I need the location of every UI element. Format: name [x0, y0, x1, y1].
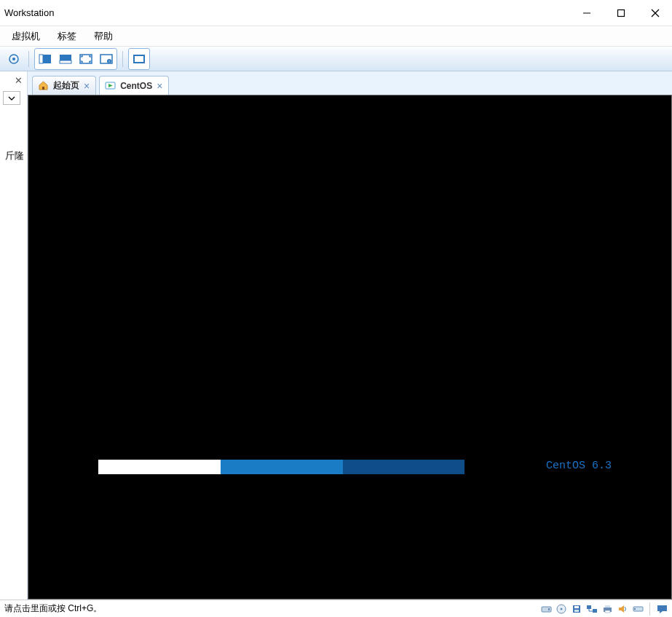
close-button[interactable] [638, 0, 672, 26]
menubar: 虚拟机 标签 帮助 [0, 26, 672, 47]
svg-rect-9 [60, 60, 71, 63]
window-title: Workstation [4, 7, 54, 18]
svg-rect-24 [574, 610, 579, 612]
vm-running-icon [104, 80, 116, 92]
tabstrip: 起始页 × CentOS × [28, 71, 672, 95]
svg-rect-7 [39, 55, 43, 63]
progress-segment-3 [343, 460, 465, 474]
chevron-down-icon [8, 96, 15, 101]
content-area: 起始页 × CentOS × CentOS 6.3 [28, 71, 672, 600]
svg-rect-18 [542, 607, 551, 612]
svg-rect-31 [634, 608, 636, 610]
tab-home[interactable]: 起始页 × [32, 76, 96, 95]
device-network-icon[interactable] [586, 603, 598, 615]
progress-segment-1 [98, 460, 221, 474]
tab-home-label: 起始页 [53, 79, 79, 92]
device-message-icon[interactable] [656, 603, 668, 615]
sidebar: ✕ 斤隆 [0, 71, 28, 600]
statusbar-hint: 请点击里面或按 Ctrl+G。 [4, 602, 102, 615]
toolbar-snapshot-button[interactable] [4, 50, 23, 68]
sidebar-dropdown[interactable] [3, 91, 20, 105]
device-sound-icon[interactable] [617, 603, 628, 615]
svg-rect-19 [548, 608, 550, 610]
toolbar-fullscreen-button[interactable] [76, 50, 95, 68]
menu-tabs[interactable]: 标签 [49, 26, 85, 46]
svg-rect-15 [135, 56, 143, 62]
svg-rect-29 [605, 610, 610, 613]
os-boot-label: CentOS 6.3 [546, 460, 612, 472]
toolbar-view-group: i [34, 48, 117, 70]
svg-rect-32 [657, 605, 667, 611]
window-controls [569, 0, 672, 26]
menu-help[interactable]: 帮助 [85, 26, 122, 46]
toolbar-unity-button[interactable]: i [97, 50, 116, 68]
toolbar-show-thumbnail-button[interactable] [56, 50, 75, 68]
progress-segment-2 [221, 460, 343, 474]
svg-rect-25 [587, 605, 591, 609]
maximize-button[interactable] [604, 0, 638, 26]
main-area: ✕ 斤隆 起始页 × CentOS × [0, 71, 672, 600]
svg-text:i: i [108, 59, 109, 63]
minimize-button[interactable] [569, 0, 604, 26]
sidebar-tree-item[interactable]: 斤隆 [1, 109, 25, 162]
toolbar: i [0, 47, 672, 71]
svg-point-5 [12, 58, 15, 60]
boot-progress-bar [98, 460, 465, 474]
device-printer-icon[interactable] [601, 603, 613, 615]
statusbar-device-icons [540, 602, 668, 616]
home-icon [37, 80, 49, 92]
sidebar-close-icon[interactable]: ✕ [15, 75, 23, 86]
toolbar-separator [28, 51, 29, 67]
tab-vm-label: CentOS [120, 81, 152, 91]
toolbar-separator [122, 51, 123, 67]
statusbar: 请点击里面或按 Ctrl+G。 [0, 600, 672, 617]
device-cdrom-icon[interactable] [556, 603, 567, 615]
svg-rect-23 [574, 606, 579, 608]
sidebar-body: 斤隆 [0, 106, 27, 600]
device-harddisk-icon[interactable] [540, 603, 552, 615]
svg-rect-28 [605, 605, 610, 608]
tab-home-close-icon[interactable]: × [84, 81, 90, 91]
menu-vm[interactable]: 虚拟机 [3, 26, 49, 46]
device-usb-icon[interactable] [632, 603, 644, 615]
toolbar-show-console-button[interactable] [36, 50, 55, 68]
vm-console[interactable]: CentOS 6.3 [28, 95, 672, 600]
toolbar-exclusive-button[interactable] [130, 50, 149, 68]
tab-vm-close-icon[interactable]: × [157, 81, 162, 91]
statusbar-separator [649, 602, 650, 616]
sidebar-header: ✕ [0, 71, 27, 90]
svg-rect-1 [617, 10, 624, 17]
svg-rect-16 [42, 87, 44, 90]
svg-point-21 [561, 608, 563, 610]
svg-rect-26 [593, 609, 597, 613]
toolbar-view-group-2 [128, 48, 150, 70]
titlebar: Workstation [0, 0, 672, 26]
tab-vm[interactable]: CentOS × [99, 76, 169, 95]
device-floppy-icon[interactable] [571, 603, 582, 615]
